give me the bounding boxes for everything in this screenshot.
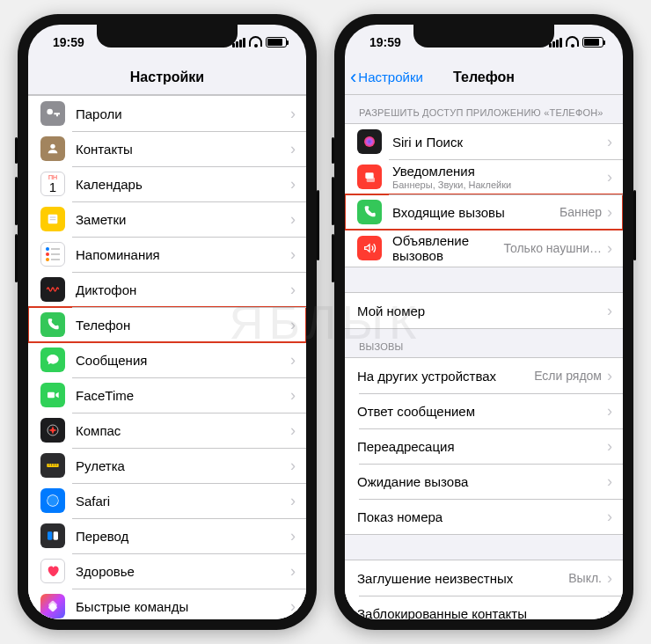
row-label: Календарь [76,177,290,192]
row-siri-и-поиск[interactable]: Siri и Поиск› [345,124,623,159]
row-на-других-устройствах[interactable]: На других устройствахЕсли рядом› [345,358,623,393]
chevron-right-icon: › [290,562,296,581]
chevron-right-icon: › [290,105,296,123]
row-label: Siri и Поиск [392,135,607,150]
row-label: Ответ сообщением [357,404,607,419]
page-title: Настройки [130,70,204,85]
row-компас[interactable]: Компас› [28,413,306,448]
row-заблокированные-контакты[interactable]: Заблокированные контакты› [345,596,623,619]
svg-rect-19 [367,178,375,182]
row-safari[interactable]: Safari› [28,483,306,518]
chevron-right-icon: › [607,569,612,588]
row-пароли[interactable]: Пароли› [28,96,306,131]
phone-icon [40,312,65,337]
row-label: Заблокированные контакты [357,606,607,620]
row-label: На других устройствах [357,369,534,384]
messages-icon [40,348,65,372]
row-заметки[interactable]: Заметки› [28,201,306,237]
row-label: Ожидание вызова [357,474,607,489]
chevron-right-icon: › [290,527,296,545]
row-label: FaceTime [76,388,290,403]
row-my-number[interactable]: Мой номер › [345,293,623,328]
health-icon [40,559,65,583]
row-контакты[interactable]: Контакты› [28,131,306,166]
row-заглушение-неизвестных[interactable]: Заглушение неизвестныхВыкл.› [345,560,623,596]
chevron-right-icon: › [290,492,296,510]
row-label: Быстрые команды [76,599,290,614]
notifications-icon [357,165,382,189]
row-переадресация[interactable]: Переадресация› [345,428,623,464]
contact-icon [40,136,65,161]
row-объявление-вызовов[interactable]: Объявление вызововТолько наушни…› [345,230,623,267]
chevron-right-icon: › [290,351,296,370]
page-title: Телефон [453,70,515,85]
row-value: Только наушни… [503,241,602,255]
row-диктофон[interactable]: Диктофон› [28,272,306,307]
settings-list[interactable]: Пароли›Контакты›ПН1Календарь›Заметки›Нап… [28,95,306,619]
chevron-right-icon: › [290,140,296,158]
row-сообщения[interactable]: Сообщения› [28,342,306,377]
svg-rect-4 [48,392,55,399]
translate-icon [40,523,65,548]
row-показ-номера[interactable]: Показ номера› [345,499,623,534]
notch [97,25,238,48]
row-label: Заметки [76,212,290,227]
wifi-icon [249,38,262,48]
notch [413,25,554,48]
svg-point-0 [50,144,55,149]
row-label: Контакты [76,142,290,157]
section-header-access: РАЗРЕШИТЬ ДОСТУП ПРИЛОЖЕНИЮ «ТЕЛЕФОН» [345,95,623,123]
row-label: Уведомления [392,164,607,179]
svg-point-12 [48,495,58,506]
row-label: Мой номер [357,304,607,318]
battery-icon [266,37,287,48]
chevron-right-icon: › [607,437,612,456]
row-ответ-сообщением[interactable]: Ответ сообщением› [345,393,623,428]
row-напоминания[interactable]: Напоминания› [28,237,306,272]
chevron-right-icon: › [290,386,296,405]
chevron-right-icon: › [290,281,296,299]
row-label: Перевод [76,529,290,544]
svg-rect-6 [47,464,58,467]
calendar-icon: ПН1 [40,172,65,196]
wifi-icon [566,38,579,48]
phone-left: 19:59 Настройки Пароли›Контакты›ПН1Кален… [18,14,317,630]
chevron-right-icon: › [290,316,296,334]
facetime-icon [40,383,65,407]
row-ожидание-вызова[interactable]: Ожидание вызова› [345,464,623,499]
phone-right: 19:59 ‹ Настройки Телефон РАЗРЕШИТЬ ДОСТ… [334,14,633,630]
status-time: 19:59 [369,35,401,49]
row-быстрые-команды[interactable]: Быстрые команды› [28,589,306,619]
row-label: Здоровье [76,564,290,579]
row-label: Переадресация [357,439,607,454]
compass-icon [40,418,65,443]
row-label: Рулетка [76,458,290,473]
siri-icon [357,129,382,154]
svg-point-17 [364,136,375,147]
battery-icon [582,37,603,48]
shortcuts-icon [40,594,65,618]
back-button[interactable]: ‹ Настройки [350,68,423,87]
chevron-right-icon: › [290,421,296,440]
row-value: Баннер [560,205,602,219]
row-входящие-вызовы[interactable]: Входящие вызовыБаннер› [345,194,623,230]
row-facetime[interactable]: FaceTime› [28,377,306,413]
chevron-right-icon: › [607,402,612,421]
chevron-right-icon: › [290,175,296,194]
row-перевод[interactable]: Перевод› [28,518,306,553]
svg-rect-13 [48,531,52,539]
row-label: Safari [76,494,290,509]
row-уведомления[interactable]: УведомленияБаннеры, Звуки, Наклейки› [345,159,623,194]
chevron-right-icon: › [607,508,612,526]
chevron-right-icon: › [290,210,296,229]
phone-settings-list[interactable]: РАЗРЕШИТЬ ДОСТУП ПРИЛОЖЕНИЮ «ТЕЛЕФОН» Si… [345,95,623,619]
phone-incoming-icon [357,200,382,224]
row-label: Компас [76,423,290,438]
row-телефон[interactable]: Телефон› [28,307,306,342]
announce-icon [357,236,382,260]
row-здоровье[interactable]: Здоровье› [28,553,306,589]
row-календарь[interactable]: ПН1Календарь› [28,166,306,201]
row-рулетка[interactable]: Рулетка› [28,448,306,483]
chevron-right-icon: › [607,168,612,187]
chevron-right-icon: › [607,604,612,620]
